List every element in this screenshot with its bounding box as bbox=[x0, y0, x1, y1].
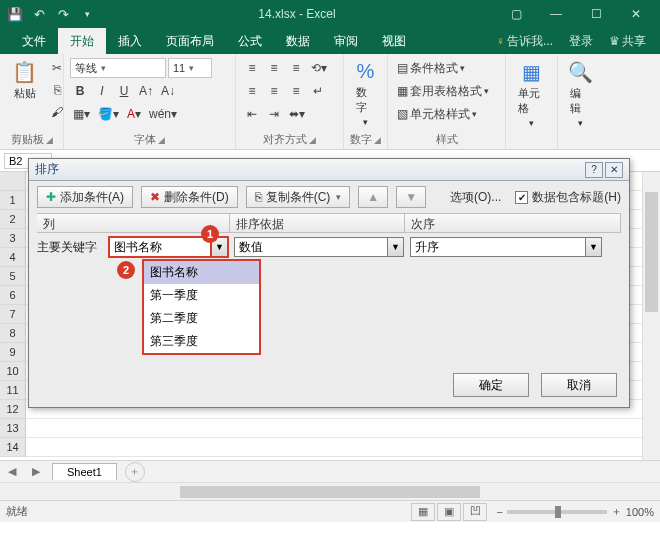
order-select[interactable]: 升序 ▼ bbox=[410, 237, 602, 257]
row-header[interactable]: 6 bbox=[0, 286, 26, 305]
dialog-launcher-icon[interactable]: ◢ bbox=[158, 135, 165, 145]
cancel-button[interactable]: 取消 bbox=[541, 373, 617, 397]
align-right-button[interactable]: ≡ bbox=[286, 81, 306, 101]
row-header[interactable]: 12 bbox=[0, 400, 26, 419]
copy-level-button[interactable]: ⎘复制条件(C)▾ bbox=[246, 186, 351, 208]
tab-formulas[interactable]: 公式 bbox=[226, 28, 274, 54]
dropdown-option[interactable]: 第一季度 bbox=[144, 284, 259, 307]
dialog-close-icon[interactable]: ✕ bbox=[605, 162, 623, 178]
maximize-icon[interactable]: ☐ bbox=[576, 0, 616, 28]
row-header[interactable]: 8 bbox=[0, 324, 26, 343]
row-header[interactable]: 5 bbox=[0, 267, 26, 286]
row-header[interactable]: 2 bbox=[0, 210, 26, 229]
number-format-button[interactable]: % 数字 ▾ bbox=[350, 58, 381, 129]
zoom-out-button[interactable]: − bbox=[496, 506, 502, 518]
view-normal-icon[interactable]: ▦ bbox=[411, 503, 435, 521]
sheet-tab[interactable]: Sheet1 bbox=[52, 463, 117, 480]
font-size-combo[interactable]: 11▾ bbox=[168, 58, 212, 78]
align-center-button[interactable]: ≡ bbox=[264, 81, 284, 101]
row-header[interactable]: 13 bbox=[0, 419, 26, 438]
decrease-indent-button[interactable]: ⇤ bbox=[242, 104, 262, 124]
delete-level-button[interactable]: ✖删除条件(D) bbox=[141, 186, 238, 208]
bold-button[interactable]: B bbox=[70, 81, 90, 101]
save-icon[interactable]: 💾 bbox=[4, 3, 26, 25]
add-level-button[interactable]: ✚添加条件(A) bbox=[37, 186, 133, 208]
signin-button[interactable]: 登录 bbox=[563, 33, 599, 50]
paste-button[interactable]: 📋 粘贴 bbox=[6, 58, 43, 103]
tab-review[interactable]: 审阅 bbox=[322, 28, 370, 54]
undo-icon[interactable]: ↶ bbox=[28, 3, 50, 25]
row-header[interactable]: 9 bbox=[0, 343, 26, 362]
view-layout-icon[interactable]: ▣ bbox=[437, 503, 461, 521]
minimize-icon[interactable]: — bbox=[536, 0, 576, 28]
tell-me[interactable]: ♀告诉我... bbox=[490, 33, 559, 50]
row-header[interactable]: 1 bbox=[0, 191, 26, 210]
add-sheet-button[interactable]: ＋ bbox=[125, 462, 145, 482]
dropdown-arrow-icon[interactable]: ▼ bbox=[387, 238, 403, 256]
row-header[interactable]: 14 bbox=[0, 438, 26, 457]
italic-button[interactable]: I bbox=[92, 81, 112, 101]
move-up-button[interactable]: ▲ bbox=[358, 186, 388, 208]
sheet-nav-prev-icon[interactable]: ◀ bbox=[0, 465, 24, 478]
tab-file[interactable]: 文件 bbox=[10, 28, 58, 54]
wrap-text-button[interactable]: ↵ bbox=[308, 81, 328, 101]
dropdown-arrow-icon[interactable]: ▼ bbox=[585, 238, 601, 256]
row-header[interactable]: 3 bbox=[0, 229, 26, 248]
zoom-slider[interactable] bbox=[507, 510, 607, 514]
zoom-in-button[interactable]: ＋ bbox=[611, 504, 622, 519]
options-button[interactable]: 选项(O)... bbox=[444, 187, 507, 208]
dropdown-option[interactable]: 图书名称 bbox=[144, 261, 259, 284]
row-header[interactable]: 11 bbox=[0, 381, 26, 400]
decrease-font-button[interactable]: A↓ bbox=[158, 81, 178, 101]
view-pagebreak-icon[interactable]: 凹 bbox=[463, 503, 487, 521]
cells-button[interactable]: ▦ 单元格 ▾ bbox=[512, 58, 551, 130]
align-left-button[interactable]: ≡ bbox=[242, 81, 262, 101]
tab-layout[interactable]: 页面布局 bbox=[154, 28, 226, 54]
tab-insert[interactable]: 插入 bbox=[106, 28, 154, 54]
scrollbar-thumb[interactable] bbox=[180, 486, 480, 498]
move-down-button[interactable]: ▼ bbox=[396, 186, 426, 208]
dialog-launcher-icon[interactable]: ◢ bbox=[374, 135, 381, 145]
vertical-scrollbar[interactable] bbox=[642, 172, 660, 460]
sheet-nav-next-icon[interactable]: ▶ bbox=[24, 465, 48, 478]
increase-font-button[interactable]: A↑ bbox=[136, 81, 156, 101]
increase-indent-button[interactable]: ⇥ bbox=[264, 104, 284, 124]
row-header[interactable]: 4 bbox=[0, 248, 26, 267]
align-bottom-button[interactable]: ≡ bbox=[286, 58, 306, 78]
dialog-launcher-icon[interactable]: ◢ bbox=[309, 135, 316, 145]
phonetic-button[interactable]: wén▾ bbox=[146, 104, 180, 124]
font-color-button[interactable]: A▾ bbox=[124, 104, 144, 124]
orientation-button[interactable]: ⟲▾ bbox=[308, 58, 330, 78]
align-middle-button[interactable]: ≡ bbox=[264, 58, 284, 78]
close-icon[interactable]: ✕ bbox=[616, 0, 656, 28]
ribbon-collapse-icon[interactable]: ▢ bbox=[496, 0, 536, 28]
align-top-button[interactable]: ≡ bbox=[242, 58, 262, 78]
ok-button[interactable]: 确定 bbox=[453, 373, 529, 397]
tab-view[interactable]: 视图 bbox=[370, 28, 418, 54]
row-header[interactable]: 7 bbox=[0, 305, 26, 324]
tab-home[interactable]: 开始 bbox=[58, 28, 106, 54]
cell-styles-button[interactable]: ▧单元格样式▾ bbox=[394, 104, 502, 124]
underline-button[interactable]: U bbox=[114, 81, 134, 101]
font-name-combo[interactable]: 等线▾ bbox=[70, 58, 166, 78]
select-all-corner[interactable] bbox=[0, 172, 26, 191]
border-button[interactable]: ▦▾ bbox=[70, 104, 93, 124]
header-checkbox[interactable]: ✔ 数据包含标题(H) bbox=[515, 189, 621, 206]
dropdown-option[interactable]: 第三季度 bbox=[144, 330, 259, 353]
dialog-launcher-icon[interactable]: ◢ bbox=[46, 135, 53, 145]
sorton-select[interactable]: 数值 ▼ bbox=[234, 237, 404, 257]
editing-button[interactable]: 🔍 编辑 ▾ bbox=[564, 58, 596, 130]
share-button[interactable]: ♛共享 bbox=[603, 33, 652, 50]
zoom-handle[interactable] bbox=[555, 506, 561, 518]
tab-data[interactable]: 数据 bbox=[274, 28, 322, 54]
qat-customize-icon[interactable]: ▾ bbox=[76, 3, 98, 25]
dropdown-option[interactable]: 第二季度 bbox=[144, 307, 259, 330]
fill-color-button[interactable]: 🪣▾ bbox=[95, 104, 122, 124]
dialog-help-icon[interactable]: ? bbox=[585, 162, 603, 178]
format-table-button[interactable]: ▦套用表格格式▾ bbox=[394, 81, 502, 101]
redo-icon[interactable]: ↷ bbox=[52, 3, 74, 25]
scrollbar-thumb[interactable] bbox=[645, 192, 658, 312]
merge-button[interactable]: ⬌▾ bbox=[286, 104, 308, 124]
row-header[interactable]: 10 bbox=[0, 362, 26, 381]
conditional-format-button[interactable]: ▤条件格式▾ bbox=[394, 58, 502, 78]
